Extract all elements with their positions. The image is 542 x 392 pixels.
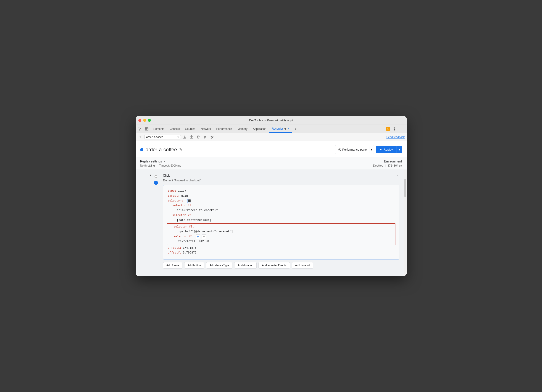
tab-recorder-label: Recorder xyxy=(272,127,283,130)
scrollbar-track xyxy=(404,170,406,276)
settings-button[interactable] xyxy=(209,134,215,140)
settings-left: Replay settings No throttling | Timeout:… xyxy=(140,160,181,167)
add-timeout-button[interactable]: Add timeout xyxy=(292,262,313,268)
svg-rect-0 xyxy=(146,128,146,129)
code-selector3-val-line: xpath///*[@data-test="checkout"] xyxy=(169,229,393,234)
svg-rect-3 xyxy=(147,129,148,130)
tab-console[interactable]: Console xyxy=(167,125,183,133)
step-active-dot xyxy=(154,181,158,185)
replay-button[interactable]: Replay xyxy=(376,146,396,153)
replay-dropdown-button[interactable]: ▾ xyxy=(396,146,402,153)
recording-name-label: order-a-coffee xyxy=(146,135,176,139)
add-button-button[interactable]: Add button xyxy=(184,262,204,268)
step-description: Element "Proceed to checkout" xyxy=(163,179,399,182)
step-kebab-menu[interactable]: ⋮ xyxy=(395,173,399,178)
code-offsetX-line: offsetX: 174.1875 xyxy=(168,246,395,251)
notification-badge: 1 xyxy=(386,127,390,131)
selector4-remove-button[interactable]: − xyxy=(202,234,206,239)
tab-memory[interactable]: Memory xyxy=(235,125,250,133)
tab-recorder[interactable]: Recorder × xyxy=(269,125,292,133)
window-title: DevTools - coffee-cart.netlify.app/ xyxy=(249,119,293,122)
tab-application[interactable]: Application xyxy=(250,125,269,133)
recording-selector[interactable]: order-a-coffee ▾ xyxy=(144,135,181,140)
throttling-value: No throttling xyxy=(140,164,155,167)
replay-button-group: Replay ▾ xyxy=(376,146,402,153)
replay-settings-title[interactable]: Replay settings xyxy=(140,160,181,163)
svg-rect-1 xyxy=(147,128,148,129)
code-selector4-val-line: text/Total: $12.00 xyxy=(169,239,393,244)
svg-marker-13 xyxy=(164,161,165,162)
tab-section-left: Elements Console Sources Network Perform… xyxy=(136,125,299,133)
code-selector1-line: selector #1: xyxy=(168,203,395,208)
perf-panel-dropdown-icon[interactable]: ▾ xyxy=(369,146,374,153)
gear-icon[interactable] xyxy=(391,125,398,132)
code-type-line: type: click xyxy=(168,189,395,193)
replay-label: Replay xyxy=(384,148,393,151)
settings-right: Environment Desktop | 372×804 px xyxy=(373,160,402,167)
step-header: ▼ Click ⋮ xyxy=(163,173,399,178)
step-item-click: ▼ Click ⋮ Element "Proceed to checkout" … xyxy=(136,170,404,276)
environment-value: Desktop | 372×804 px xyxy=(373,164,402,167)
title-bar: DevTools - coffee-cart.netlify.app/ xyxy=(136,116,406,125)
start-replay-button[interactable] xyxy=(202,134,208,140)
code-selector2-line: selector #2: xyxy=(168,213,395,218)
cursor-icon[interactable] xyxy=(136,125,143,132)
add-frame-button[interactable]: Add frame xyxy=(163,262,182,268)
close-button[interactable] xyxy=(138,119,141,122)
devtools-window: DevTools - coffee-cart.netlify.app/ Elem… xyxy=(136,116,406,276)
main-content: order-a-coffee ✎ Performance panel ▾ Rep… xyxy=(136,141,406,276)
perf-panel-label: Performance panel xyxy=(342,148,367,151)
new-recording-button[interactable]: + xyxy=(137,134,143,140)
step-start-dot xyxy=(155,175,157,178)
tab-network[interactable]: Network xyxy=(198,125,214,133)
delete-recording-button[interactable] xyxy=(195,134,201,140)
minimize-button[interactable] xyxy=(143,119,146,122)
send-feedback-button[interactable]: Send feedback xyxy=(386,135,405,139)
scroll-content: ▼ Click ⋮ Element "Proceed to checkout" … xyxy=(136,170,404,276)
env-size: 372×804 px xyxy=(387,164,402,167)
code-selector4-line: selector #4: + − xyxy=(169,234,393,239)
tab-sources[interactable]: Sources xyxy=(183,125,198,133)
svg-point-11 xyxy=(339,149,340,150)
step-expand-icon[interactable]: ▼ xyxy=(149,174,152,177)
timeout-value: Timeout: 5000 ms xyxy=(159,164,181,167)
inspect-icon[interactable] xyxy=(143,125,150,132)
devtools-tab-bar: Elements Console Sources Network Perform… xyxy=(136,125,406,133)
import-button[interactable] xyxy=(189,134,195,140)
edit-title-icon[interactable]: ✎ xyxy=(179,147,182,152)
recording-status-dot xyxy=(140,148,143,151)
code-selectors-line: selectors: ⬛ xyxy=(168,199,395,203)
performance-panel-button[interactable]: Performance panel ▾ xyxy=(335,145,374,154)
svg-point-7 xyxy=(211,136,212,136)
svg-point-9 xyxy=(211,138,212,138)
tab-performance[interactable]: Performance xyxy=(214,125,235,133)
code-target-line: target: main xyxy=(168,194,395,199)
svg-marker-6 xyxy=(205,136,206,138)
add-asserted-events-button[interactable]: Add assertedEvents xyxy=(258,262,290,268)
add-device-type-button[interactable]: Add deviceType xyxy=(206,262,233,268)
settings-bar: Replay settings No throttling | Timeout:… xyxy=(136,157,406,170)
tab-elements[interactable]: Elements xyxy=(150,125,167,133)
tab-recorder-close[interactable]: × xyxy=(288,127,289,130)
svg-point-5 xyxy=(394,128,395,129)
code-selector3-line: selector #3: xyxy=(169,225,393,229)
svg-marker-12 xyxy=(380,149,382,150)
code-selector1-val-line: aria/Proceed to checkout xyxy=(168,208,395,213)
export-button[interactable] xyxy=(182,134,188,140)
dropdown-arrow-icon: ▾ xyxy=(177,135,179,139)
more-options-icon[interactable]: ⋮ xyxy=(399,125,406,132)
action-buttons: Add frame Add button Add deviceType Add … xyxy=(163,262,399,272)
environment-label: Environment xyxy=(373,160,402,163)
add-duration-button[interactable]: Add duration xyxy=(234,262,257,268)
recording-title: order-a-coffee xyxy=(146,147,177,153)
selector4-add-button[interactable]: + xyxy=(196,234,200,239)
code-selector2-val-line: [data-test=checkout] xyxy=(168,218,395,223)
svg-point-8 xyxy=(212,137,213,137)
selector-devtools-icon: ⬛ xyxy=(187,199,191,203)
tab-more[interactable]: » xyxy=(292,125,299,133)
content-with-scroll: ▼ Click ⋮ Element "Proceed to checkout" … xyxy=(136,170,406,276)
recording-header: order-a-coffee ✎ Performance panel ▾ Rep… xyxy=(136,141,406,157)
scrollbar-thumb[interactable] xyxy=(404,179,406,197)
maximize-button[interactable] xyxy=(148,119,151,122)
header-actions: Performance panel ▾ Replay ▾ xyxy=(335,145,402,154)
